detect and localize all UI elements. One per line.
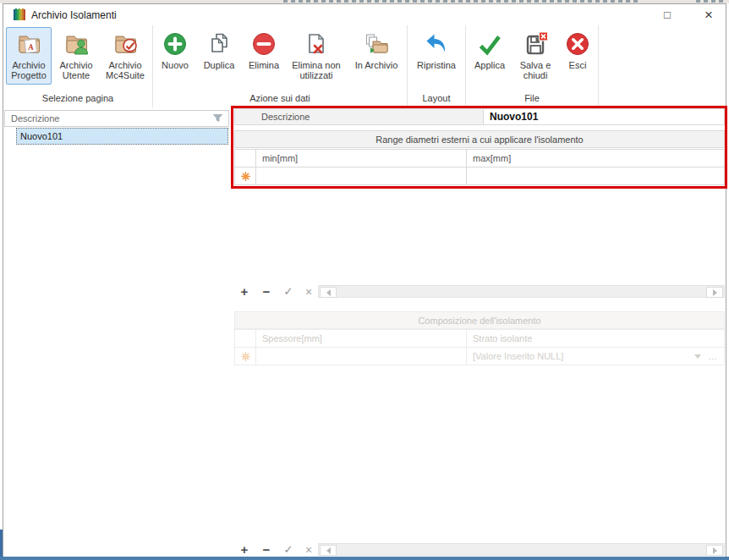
background-window-corner-sliver — [0, 530, 3, 557]
scroll-left-icon — [326, 547, 331, 554]
grid-cancel-button[interactable]: × — [299, 285, 318, 299]
scroll-right-button[interactable] — [706, 287, 723, 298]
composition-grid-cell-spessore — [255, 347, 467, 365]
grid-commit-button[interactable]: ✓ — [279, 543, 298, 557]
to-archive-icon — [363, 30, 390, 58]
undo-icon — [423, 30, 450, 58]
max-column-label: max[mm] — [473, 153, 511, 163]
close-icon: × — [704, 7, 713, 24]
grid-cancel-button[interactable]: × — [299, 543, 318, 557]
descrizione-field-value[interactable]: Nuovo101 — [483, 108, 725, 125]
applica-button[interactable]: Applica — [469, 27, 511, 74]
maximize-button[interactable]: □ — [648, 4, 687, 25]
range-grid-hscrollbar[interactable] — [318, 285, 725, 298]
ribbon: A Archivio Progetto Archivio Utente — [3, 25, 725, 107]
elimina-non-utilizzati-label: Elimina non utilizzati — [290, 60, 343, 81]
composition-grid-hscrollbar[interactable] — [318, 543, 725, 556]
composition-grid-column-header-spessore: Spessore[mm] — [255, 329, 467, 348]
grid-delete-row-button[interactable]: − — [257, 285, 276, 299]
archivio-utente-label: Archivio Utente — [56, 60, 96, 81]
ripristina-label: Ripristina — [417, 60, 456, 70]
archivio-progetto-button[interactable]: A Archivio Progetto — [6, 27, 52, 85]
range-grid-column-header-max[interactable]: max[mm] — [466, 149, 725, 167]
archivio-utente-button[interactable]: Archivio Utente — [53, 27, 99, 85]
range-grid-title-text: Range diametri esterni a cui applicare l… — [375, 135, 583, 145]
range-grid-cell-max[interactable] — [466, 167, 725, 185]
nuovo-label: Nuovo — [162, 60, 189, 70]
range-grid-new-row-indicator — [234, 167, 256, 185]
window-title: Archivio Isolamenti — [31, 9, 117, 21]
range-grid-cell-min[interactable] — [255, 167, 467, 185]
list-column-header-descrizione[interactable]: Descrizione — [4, 110, 229, 127]
in-archivio-label: In Archivio — [355, 60, 398, 70]
composition-grid-row-indicator-header — [234, 329, 256, 348]
save-close-icon — [522, 30, 549, 58]
elimina-label: Elimina — [249, 60, 279, 70]
apply-icon — [476, 30, 503, 58]
composition-grid-title-text: Composizione dell'isolamento — [418, 316, 540, 326]
composition-grid-new-row-indicator — [234, 347, 256, 365]
range-grid-title: Range diametri esterni a cui applicare l… — [234, 130, 725, 148]
elimina-button[interactable]: Elimina — [244, 27, 284, 74]
list-item-nuovo101[interactable]: Nuovo101 — [16, 128, 228, 145]
background-window-text-sliver — [283, 0, 639, 3]
strato-null-value: [Valore Inserito NULL] — [473, 351, 563, 361]
scroll-right-icon — [713, 547, 717, 554]
in-archivio-button[interactable]: In Archivio — [348, 27, 404, 74]
archivio-progetto-label: Archivio Progetto — [8, 60, 49, 81]
app-icon — [13, 8, 26, 21]
elimina-non-utilizzati-button[interactable]: Elimina non utilizzati — [288, 27, 345, 85]
dropdown-icon — [694, 354, 701, 359]
group-label-azione-sui-dati: Azione sui dati — [156, 92, 404, 107]
composition-grid-cell-strato: [Valore Inserito NULL] … — [466, 347, 725, 365]
composition-grid-column-header-strato: Strato isolante — [466, 329, 725, 348]
background-window-text-sliver — [696, 0, 724, 3]
composition-grid-title: Composizione dell'isolamento — [234, 311, 725, 329]
scroll-left-icon — [326, 289, 331, 296]
ellipsis-icon: … — [708, 351, 718, 361]
scroll-left-button[interactable] — [320, 545, 337, 556]
exit-icon — [564, 30, 591, 58]
spessore-column-label: Spessore[mm] — [262, 333, 322, 343]
grid-delete-row-button[interactable]: − — [257, 543, 276, 557]
salva-e-chiudi-button[interactable]: Salva e chiudi — [514, 27, 556, 85]
descrizione-label-text: Descrizione — [261, 112, 310, 122]
remove-icon — [250, 30, 277, 58]
descrizione-field-label: Descrizione — [234, 108, 484, 125]
esci-label: Esci — [569, 60, 587, 70]
range-grid-column-header-min[interactable]: min[mm] — [255, 149, 467, 167]
grid-commit-button[interactable]: ✓ — [279, 285, 298, 299]
group-label-layout: Layout — [410, 92, 463, 107]
esci-button[interactable]: Esci — [560, 27, 595, 74]
delete-unused-icon — [303, 30, 330, 58]
folder-mc4suite-icon — [112, 30, 139, 58]
duplica-button[interactable]: Duplica — [198, 27, 240, 74]
scroll-right-button[interactable] — [706, 545, 723, 556]
ribbon-group-layout: Ripristina Layout — [408, 25, 466, 107]
grid-add-row-button[interactable]: + — [235, 285, 254, 299]
min-column-label: min[mm] — [262, 153, 298, 163]
grid-add-row-button[interactable]: + — [235, 543, 254, 557]
close-button[interactable]: × — [689, 4, 728, 25]
ribbon-group-selezione-pagina: A Archivio Progetto Archivio Utente — [3, 25, 153, 107]
scroll-right-icon — [713, 289, 717, 296]
maximize-icon: □ — [664, 8, 671, 21]
ripristina-button[interactable]: Ripristina — [410, 27, 463, 74]
duplica-label: Duplica — [204, 60, 235, 70]
ribbon-group-file: Applica Salva e chiudi — [466, 25, 599, 107]
list-item-label: Nuovo101 — [20, 131, 63, 141]
window-bottom-edge — [0, 557, 729, 560]
archivio-mc4suite-button[interactable]: Archivio Mc4Suite — [101, 27, 150, 85]
list-header-label: Descrizione — [11, 113, 59, 124]
duplicate-icon — [206, 30, 233, 58]
new-row-icon — [241, 172, 250, 181]
nuovo-button[interactable]: Nuovo — [156, 27, 195, 74]
scroll-left-button[interactable] — [320, 287, 337, 298]
add-icon — [162, 30, 189, 58]
composition-grid-navigator: + − ✓ × — [235, 542, 318, 557]
archivio-mc4suite-label: Archivio Mc4Suite — [103, 60, 147, 81]
descrizione-value-text: Nuovo101 — [490, 111, 538, 123]
group-label-selezione-pagina: Selezione pagina — [6, 92, 150, 107]
filter-icon[interactable] — [213, 114, 222, 123]
strato-column-label: Strato isolante — [473, 333, 532, 343]
